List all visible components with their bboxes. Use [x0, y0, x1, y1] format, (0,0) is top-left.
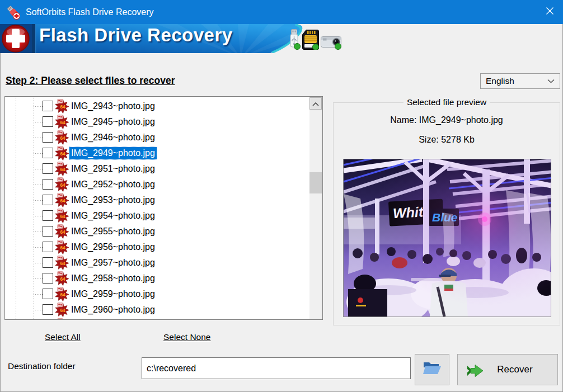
- file-row[interactable]: 64 IMG_2956~photo.jpg: [5, 240, 309, 256]
- file-row[interactable]: 64 IMG_2953~photo.jpg: [5, 193, 309, 209]
- recover-button-label: Recover: [497, 364, 532, 375]
- file-checkbox[interactable]: [43, 195, 53, 205]
- chevron-up-icon: [312, 98, 319, 108]
- step-heading: Step 2: Please select files to recover: [6, 75, 175, 87]
- chevron-down-icon: [547, 79, 555, 83]
- svg-text:64: 64: [60, 182, 65, 188]
- file-name: IMG_2959~photo.jpg: [69, 288, 157, 300]
- file-row[interactable]: 64 IMG_2958~photo.jpg: [5, 271, 309, 287]
- file-row-partial[interactable]: 64: [5, 318, 309, 319]
- jpg-file-icon: 64: [54, 130, 69, 145]
- file-row[interactable]: 64 IMG_2957~photo.jpg: [5, 256, 309, 271]
- destination-folder-label: Destination folder: [8, 361, 76, 371]
- file-checkbox[interactable]: [43, 163, 53, 174]
- file-name: IMG_2957~photo.jpg: [69, 257, 157, 269]
- select-none-link[interactable]: Select None: [163, 332, 210, 342]
- close-icon: [546, 7, 554, 17]
- banner-app-name: Flash Drive Recovery: [39, 25, 233, 46]
- recover-arrow-icon: [466, 363, 484, 380]
- file-row[interactable]: 64 IMG_2954~photo.jpg: [5, 209, 309, 224]
- svg-text:64: 64: [60, 292, 65, 297]
- jpg-file-icon: 64: [54, 240, 69, 255]
- open-folder-icon: [423, 361, 442, 378]
- destination-folder-input[interactable]: [142, 357, 411, 379]
- file-name: IMG_2952~photo.jpg: [69, 178, 157, 191]
- select-all-link[interactable]: Select All: [45, 332, 81, 342]
- recover-button[interactable]: Recover: [457, 354, 558, 385]
- file-name: IMG_2960~photo.jpg: [69, 304, 157, 316]
- file-checkbox[interactable]: [43, 289, 53, 299]
- jpg-file-icon: 64: [54, 99, 69, 114]
- jpg-file-icon: 64: [54, 256, 69, 271]
- file-row[interactable]: 64 IMG_2943~photo.jpg: [5, 99, 309, 115]
- jpg-file-icon: 64: [54, 318, 69, 319]
- file-name: IMG_2945~photo.jpg: [69, 116, 157, 128]
- file-row[interactable]: 64 IMG_2946~photo.jpg: [5, 130, 309, 146]
- svg-text:64: 64: [60, 261, 65, 266]
- file-name: IMG_2951~photo.jpg: [69, 163, 157, 175]
- file-name: IMG_2943~photo.jpg: [69, 100, 157, 112]
- file-checkbox[interactable]: [43, 116, 53, 127]
- file-checkbox[interactable]: [43, 132, 53, 143]
- file-rows: 64 IMG_2943~photo.jpg 64 IMG_2945~: [5, 99, 309, 319]
- tree-connector: [34, 122, 43, 122]
- file-row[interactable]: 64 IMG_2951~photo.jpg: [5, 162, 309, 177]
- jpg-file-icon: 64: [54, 162, 69, 177]
- file-checkbox[interactable]: [43, 242, 53, 252]
- tree-connector: [34, 169, 43, 169]
- app-window: SoftOrbits Flash Drive Recovery: [0, 0, 563, 392]
- file-name: IMG_2955~photo.jpg: [69, 225, 157, 238]
- scroll-up-button[interactable]: [309, 97, 322, 110]
- preview-photo: White Blue: [343, 159, 551, 317]
- svg-text:64: 64: [60, 245, 65, 251]
- jpg-file-icon: 64: [54, 177, 69, 192]
- file-row[interactable]: 64 IMG_2955~photo.jpg: [5, 224, 309, 240]
- file-checkbox[interactable]: [43, 101, 53, 111]
- file-name: IMG_2953~photo.jpg: [69, 194, 157, 206]
- file-checkbox[interactable]: [43, 257, 53, 268]
- usb-stick-icon: [288, 29, 301, 52]
- jpg-file-icon: 64: [54, 271, 69, 286]
- svg-text:64: 64: [60, 308, 65, 313]
- file-checkbox[interactable]: [43, 148, 53, 158]
- svg-text:64: 64: [60, 120, 65, 125]
- tree-connector: [34, 247, 43, 248]
- app-banner: Flash Drive Recovery: [0, 24, 563, 53]
- browse-folder-button[interactable]: [415, 354, 449, 385]
- file-checkbox[interactable]: [43, 304, 53, 315]
- file-row[interactable]: 64 IMG_2945~photo.jpg: [5, 115, 309, 130]
- language-dropdown[interactable]: English: [480, 73, 560, 89]
- jpg-file-icon: 64: [54, 115, 69, 130]
- file-row[interactable]: 64 IMG_2952~photo.jpg: [5, 177, 309, 193]
- svg-text:64: 64: [60, 198, 65, 204]
- svg-text:64: 64: [60, 135, 65, 141]
- sd-card-icon: [302, 30, 319, 52]
- preview-groupbox: Selected file preview Name: IMG_2949~pho…: [333, 102, 560, 325]
- jpg-file-icon: 64: [54, 224, 69, 239]
- file-checkbox[interactable]: [43, 179, 53, 190]
- file-tree-list[interactable]: 64 IMG_2943~photo.jpg 64 IMG_2945~: [4, 96, 323, 320]
- svg-text:64: 64: [60, 167, 65, 172]
- title-bar[interactable]: SoftOrbits Flash Drive Recovery: [0, 0, 563, 24]
- svg-text:64: 64: [60, 104, 65, 110]
- device-icons: [288, 32, 342, 52]
- jpg-file-icon: 64: [54, 146, 69, 161]
- jpg-file-icon: 64: [54, 209, 69, 224]
- scrollbar-thumb[interactable]: [309, 172, 322, 193]
- file-row[interactable]: 64 IMG_2949~photo.jpg: [5, 146, 309, 162]
- file-row[interactable]: 64 IMG_2960~photo.jpg: [5, 303, 309, 318]
- usb-drive-app-icon: [6, 4, 21, 20]
- preview-file-name: Name: IMG_2949~photo.jpg: [334, 115, 560, 125]
- vertical-scrollbar[interactable]: [309, 97, 322, 319]
- tree-connector: [34, 106, 43, 107]
- tree-connector: [34, 310, 43, 310]
- file-checkbox[interactable]: [43, 210, 53, 221]
- close-button[interactable]: [536, 0, 563, 24]
- file-row[interactable]: 64 IMG_2959~photo.jpg: [5, 287, 309, 303]
- file-name: IMG_2949~photo.jpg: [69, 147, 157, 159]
- file-name: IMG_2946~photo.jpg: [69, 131, 157, 144]
- preview-group-title: Selected file preview: [404, 97, 490, 107]
- tree-connector: [34, 263, 43, 263]
- file-checkbox[interactable]: [43, 226, 53, 237]
- file-checkbox[interactable]: [43, 273, 53, 284]
